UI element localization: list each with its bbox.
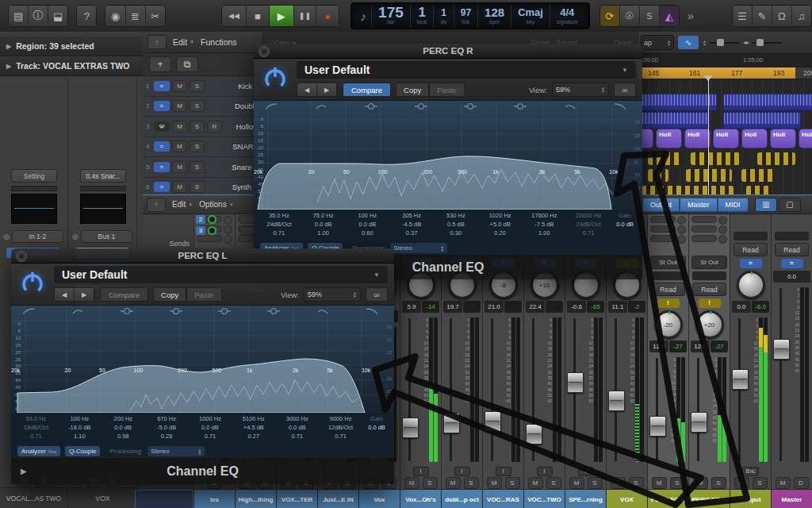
band-q[interactable]: 0.37 [406,229,418,237]
toolbar-icon[interactable]: ▤ [9,6,29,26]
fader-track[interactable] [491,318,493,461]
input-monitor-button[interactable]: I [413,467,429,476]
volume-value[interactable]: 0.0 [732,301,751,313]
solo-button[interactable]: S [190,181,205,193]
group-slot[interactable] [775,232,809,241]
mute-button[interactable]: M [611,477,626,489]
band-q[interactable]: 1.10 [74,432,86,441]
processing-select[interactable]: Stereo▲▼ [390,243,447,253]
analyzer-button[interactable]: AnalyzerPost [17,446,60,456]
track-row[interactable]: 3 Ψ M S R Hollow [143,117,262,137]
pause-button[interactable]: ❚❚ [294,6,316,26]
band-frequency[interactable]: 9000 Hz [330,414,352,423]
audio-region[interactable]: Holl [684,129,710,148]
band-frequency[interactable]: 5100 Hz [243,414,265,423]
eq-graph[interactable]: 051015202530354045505560 3020100102030 2… [254,100,642,210]
mixer-filter-tab[interactable]: Master [680,198,718,212]
send-slot-row[interactable]: 3 [196,226,259,235]
volume-value[interactable]: 21.0 [485,301,504,313]
fader-handle[interactable] [443,413,460,433]
strip-name[interactable]: SPE...rning [565,489,606,508]
strip-name[interactable]: High...thing [236,489,276,508]
eq-band-column[interactable]: 5100 Hz +4.5 dB 0.27 [232,414,275,444]
track-name[interactable]: Kick 1 [207,82,259,90]
band-gain[interactable]: +4.5 dB [243,423,264,432]
band-q[interactable]: 0.71 [291,432,303,441]
toolbar-icon[interactable]: ⬓ [48,6,67,26]
mute-button[interactable]: M [528,477,543,489]
solo-button[interactable]: S [505,477,520,489]
mute-button[interactable]: M [172,161,187,173]
send-slot-row[interactable]: 2 [196,215,259,224]
mute-button[interactable]: M [569,477,584,489]
solo-button[interactable]: S [190,121,205,133]
band-frequency[interactable]: 100 Hz [70,414,89,423]
eq-band-column[interactable]: 17600 Hz -7.5 dB 1.00 [523,211,567,241]
strip-name[interactable]: VOX [607,489,647,508]
band-q[interactable]: 1.00 [538,229,550,237]
toolbar-icon[interactable]: ≣ [126,6,146,26]
track-inspector-header[interactable]: ▶ Track: VOCAL EXTRAS TWO [0,56,143,76]
pan-knob[interactable]: +20 [695,310,724,339]
channel-state-icon[interactable]: ! [699,298,721,308]
volume-value[interactable]: 22.4 [526,301,545,313]
eq-band-column[interactable]: 75.0 Hz 0.0 dB 1.00 [301,211,346,241]
group-slot[interactable] [733,232,768,241]
setting-button[interactable]: Setting [11,169,57,183]
mixer-filter-tab[interactable]: MIDI [718,198,749,212]
solo-button[interactable]: S [629,477,644,489]
band-q[interactable]: 0.30 [450,229,462,237]
plugin-window-perc-eq-l[interactable]: ✕ PERC EQ L User Default▼ ◀ ▶ Compare Co… [11,248,394,484]
midi-region[interactable] [638,112,710,129]
edit-menu[interactable]: Edit▼ [172,200,193,209]
automation-mode-button[interactable]: Read [775,243,809,256]
horizontal-zoom-slider[interactable]: ◂▸ [743,39,782,46]
mute-button[interactable]: M [487,477,502,489]
strip-name[interactable]: Output [730,489,771,508]
band-q[interactable]: 0.71 [335,432,347,441]
volume-value[interactable]: 12.8 [649,341,668,352]
track-row[interactable]: 5 ≈ M S Snare F [143,157,262,178]
preset-menu[interactable]: User Default▼ [297,61,636,79]
previous-preset-button[interactable]: ◀ [55,288,75,301]
eq-band-column[interactable]: 530 Hz 0.5 dB 0.30 [434,211,478,241]
mute-button[interactable]: M [172,80,187,92]
eq-thumbnail[interactable] [11,194,57,224]
browsers-icon[interactable]: ♫ [792,6,811,26]
toolbar-icon[interactable]: ⓘ [29,6,48,26]
output-slot[interactable]: St Out [691,256,727,269]
solo-button[interactable]: S [753,477,768,489]
fader-track[interactable] [408,318,411,461]
band-frequency[interactable]: 530 Hz [446,211,465,220]
band-q[interactable]: 0.71 [30,432,42,441]
volume-value[interactable]: 19.7 [443,301,462,313]
band-gain[interactable]: 0.5 dB [447,220,465,229]
snap-dropdown[interactable]: ap▲▼ [641,35,674,50]
automation-mode-button[interactable]: Read [733,243,768,256]
lcd-tempo[interactable]: 128bpm [477,5,511,27]
window-title-bar[interactable]: ✕ PERC EQ R [254,44,642,59]
lcd-bar[interactable]: 175bar [371,5,410,27]
input-monitor-button[interactable]: I [496,467,511,476]
track-row[interactable]: 6 ≈ M S Synth B [143,178,262,195]
mute-button[interactable]: M [172,140,187,152]
mute-button[interactable]: M [446,477,461,489]
midi-region[interactable] [642,186,733,194]
band-frequency[interactable]: 670 Hz [157,414,176,423]
track-row[interactable]: 1 ≈ M S Kick 1 [143,76,262,97]
send-slot[interactable] [691,225,727,233]
band-gain[interactable]: -18.0 dB [68,423,90,432]
midi-region[interactable] [686,169,732,182]
input-button[interactable]: In 1-2 [12,230,63,243]
send-slot[interactable] [650,225,686,233]
eq-band-column[interactable]: 20000 Hz 24dB/Oct 0.71 [566,211,611,241]
solo-button[interactable]: S [190,140,205,152]
power-icon[interactable] [260,64,290,94]
band-q[interactable]: 0.28 [161,432,173,441]
strip-name[interactable]: VOX...TER [277,489,317,508]
fader-handle[interactable] [732,369,749,390]
track-name[interactable]: Snare F [207,163,259,171]
mute-button[interactable]: M [172,121,187,133]
solo-button[interactable]: D [794,477,809,489]
track-name[interactable]: SNARE [207,142,259,151]
